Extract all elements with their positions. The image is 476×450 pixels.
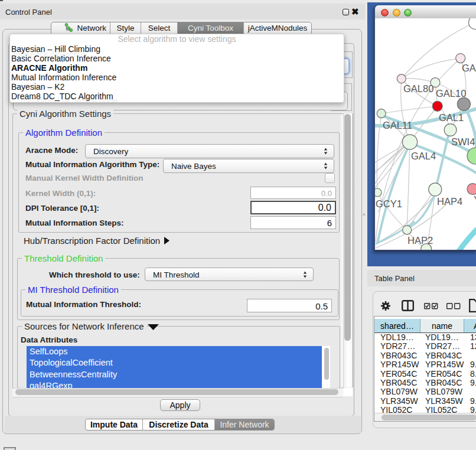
svg-text:HAP2: HAP2: [407, 235, 433, 246]
svg-text:GAL4: GAL4: [411, 151, 436, 161]
svg-text:GAL80: GAL80: [403, 83, 433, 94]
svg-text:GAL7: GAL7: [462, 63, 476, 73]
svg-text:SWI4: SWI4: [451, 136, 475, 147]
svg-text:GAL11: GAL11: [383, 120, 412, 131]
svg-text:GAL1: GAL1: [439, 112, 464, 123]
svg-text:GAL10: GAL10: [436, 88, 466, 99]
svg-text:HAP4: HAP4: [437, 196, 462, 207]
svg-text:GCY1: GCY1: [376, 198, 402, 209]
svg-text:Y: Y: [474, 194, 476, 205]
